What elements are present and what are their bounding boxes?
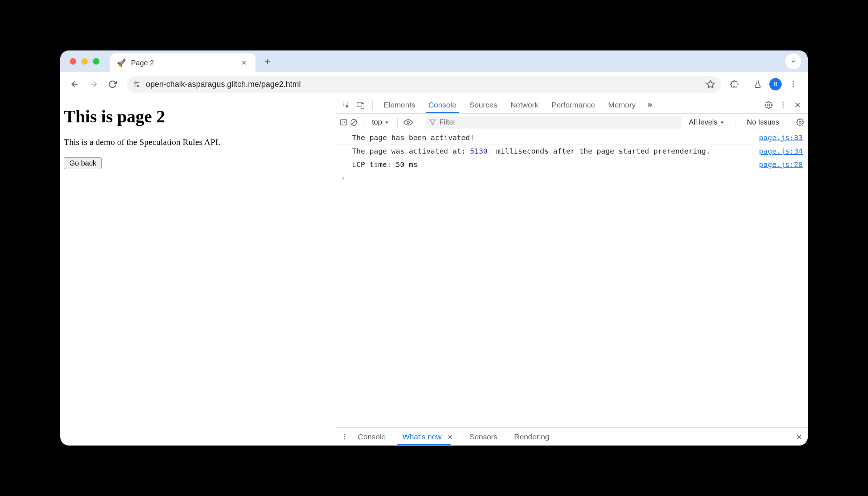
new-tab-button[interactable]: ＋ [260,54,275,69]
svg-point-13 [767,104,770,106]
tab-title: Page 2 [131,59,154,67]
forward-button[interactable] [86,77,101,92]
browser-menu-button[interactable] [786,77,801,92]
svg-point-9 [793,86,794,87]
device-icon [356,101,365,109]
reload-button[interactable] [105,77,120,92]
labs-button[interactable] [750,77,765,92]
funnel-icon [429,119,436,126]
devtools-menu-button[interactable] [777,101,790,109]
device-toolbar-button[interactable] [354,101,367,109]
arrow-right-icon [89,80,98,89]
browser-tab[interactable]: 🚀 Page 2 ✕ [110,53,255,72]
close-drawer-tab-icon[interactable]: ✕ [447,434,453,441]
tab-sources[interactable]: Sources [464,97,503,113]
chevron-down-icon [790,58,797,65]
drawer-tab-rendering[interactable]: Rendering [507,429,557,445]
puzzle-icon [730,80,738,89]
url-text: open-chalk-asparagus.glitch.me/page2.htm… [146,80,301,89]
devtools-tabbar: Elements Console Sources Network Perform… [336,96,808,114]
back-button[interactable] [67,77,82,92]
svg-point-7 [793,81,794,82]
svg-marker-26 [721,121,724,123]
drawer-close-button[interactable] [795,433,803,440]
address-bar[interactable]: open-chalk-asparagus.glitch.me/page2.htm… [127,76,721,93]
bookmark-button[interactable] [706,80,715,89]
arrow-left-icon [70,80,79,89]
log-source-link[interactable]: page.js:20 [759,160,803,169]
window-controls [70,58,99,65]
svg-point-27 [799,121,801,123]
more-tabs-button[interactable] [643,101,656,109]
gear-icon [796,118,804,126]
tab-network[interactable]: Network [505,97,544,113]
window-close-button[interactable] [70,58,76,65]
browser-toolbar: open-chalk-asparagus.glitch.me/page2.htm… [60,72,808,96]
window-maximize-button[interactable] [93,58,99,65]
site-settings-icon[interactable] [133,80,141,88]
triangle-down-icon [720,120,725,125]
tab-memory[interactable]: Memory [602,97,642,113]
drawer-tab-sensors[interactable]: Sensors [462,429,505,445]
triangle-down-icon [384,120,389,125]
svg-point-29 [344,436,345,437]
toggle-sidebar-button[interactable] [340,118,348,126]
log-source-link[interactable]: page.js:33 [759,133,803,142]
kebab-icon [789,80,797,88]
kebab-icon [779,101,787,109]
svg-point-15 [782,104,783,105]
tab-favicon: 🚀 [117,58,126,67]
inspect-icon [342,101,350,109]
drawer-menu-button[interactable] [341,433,348,440]
drawer-tab-label: What's new [402,432,442,441]
tab-elements[interactable]: Elements [378,97,421,113]
clear-console-button[interactable] [350,118,358,126]
console-prompt[interactable]: › [336,171,808,184]
extensions-button[interactable] [727,77,741,92]
tab-performance[interactable]: Performance [546,97,601,113]
reload-icon [108,80,117,89]
inspect-element-button[interactable] [340,101,353,109]
tab-console[interactable]: Console [423,97,462,113]
go-back-button[interactable]: Go back [64,157,102,169]
log-levels-selector[interactable]: All levels [684,118,730,126]
log-message: LCP time: 50 ms [352,160,752,169]
context-selector[interactable]: top [370,118,392,126]
svg-point-30 [344,438,345,439]
svg-point-8 [793,84,794,85]
tabs-dropdown-button[interactable] [785,53,801,69]
svg-point-24 [407,121,410,123]
devtools-drawer: Console What's new ✕ Sensors Rendering [336,427,808,446]
gear-icon [765,101,773,109]
issues-button[interactable]: No Issues [742,118,784,126]
ban-icon [350,118,358,126]
devtools-close-button[interactable] [791,101,804,109]
sidebar-icon [340,118,348,126]
filter-placeholder: Filter [439,118,455,126]
live-expression-button[interactable] [404,118,413,127]
svg-marker-23 [385,121,388,123]
svg-point-28 [344,434,345,435]
star-icon [706,80,715,89]
log-row: LCP time: 50 ms page.js:20 [336,158,808,171]
svg-rect-12 [361,103,364,108]
content-area: This is page 2 This is a demo of the Spe… [60,96,808,446]
drawer-tab-whats-new[interactable]: What's new ✕ [395,429,460,445]
window-minimize-button[interactable] [81,58,88,65]
close-tab-icon[interactable]: ✕ [239,57,249,69]
log-message: The page was activated at: 5130 millisec… [352,147,752,155]
close-icon [794,101,801,109]
svg-point-16 [782,106,783,107]
svg-line-22 [352,120,356,125]
log-row: The page was activated at: 5130 millisec… [336,145,808,158]
drawer-tab-console[interactable]: Console [351,429,393,445]
devtools-settings-button[interactable] [762,101,775,109]
devtools-panel: Elements Console Sources Network Perform… [336,96,808,446]
svg-point-5 [137,85,139,87]
console-settings-button[interactable] [796,118,804,126]
profile-avatar[interactable]: B [769,78,782,90]
filter-input[interactable]: Filter [425,116,681,129]
log-source-link[interactable]: page.js:34 [759,147,803,155]
page-heading: This is page 2 [64,106,332,126]
svg-marker-25 [430,120,435,125]
